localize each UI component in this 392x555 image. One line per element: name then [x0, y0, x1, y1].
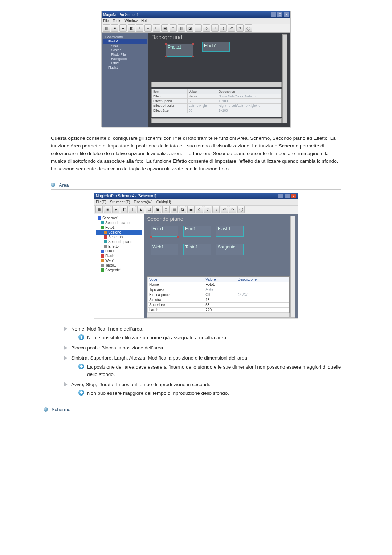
- table-row[interactable]: Nome Foto1: [148, 282, 289, 287]
- toolbar-icon[interactable]: ◪: [186, 24, 193, 32]
- toolbar-icon[interactable]: ◯: [237, 206, 245, 213]
- tree-item[interactable]: Photo File: [103, 52, 147, 57]
- canvas-box-photo[interactable]: Photo1: [166, 44, 193, 57]
- tree-item[interactable]: Flash1: [103, 65, 147, 70]
- tree-item[interactable]: Secondo piano: [96, 239, 142, 244]
- toolbar-icon[interactable]: T: [129, 206, 136, 213]
- menu-help[interactable]: Help: [141, 19, 149, 23]
- toolbar-icon[interactable]: □: [162, 206, 170, 213]
- minimize-icon[interactable]: _: [271, 12, 276, 17]
- menu-window[interactable]: Finestra(W): [134, 200, 152, 204]
- toolbar-icon[interactable]: ◧: [128, 24, 135, 32]
- toolbar-icon[interactable]: ◇: [196, 206, 203, 213]
- canvas-box[interactable]: Testo1: [183, 244, 211, 255]
- toolbar-icon[interactable]: ⤴: [211, 24, 219, 32]
- close-icon[interactable]: ×: [284, 12, 289, 17]
- tree-view[interactable]: Schermo1 Secondo piano Foto1 Sezione Sch…: [94, 214, 144, 318]
- tree-item[interactable]: Area: [103, 44, 147, 48]
- toolbar-icon[interactable]: ☰: [187, 206, 195, 213]
- toolbar-icon[interactable]: ▤: [178, 24, 185, 32]
- table-row[interactable]: Effect Speed 50 1~100: [152, 99, 281, 104]
- table-row[interactable]: Largh 220: [148, 307, 289, 312]
- toolbar-icon[interactable]: ⤵: [220, 24, 227, 32]
- table-row[interactable]: Effect Name None/Slide/Block/Fade In: [152, 94, 281, 99]
- toolbar-icon[interactable]: ▣: [161, 24, 168, 32]
- toolbar-icon[interactable]: T: [136, 24, 143, 32]
- toolbar-icon[interactable]: ↶: [221, 206, 228, 213]
- menu-help[interactable]: Guida(H): [156, 200, 171, 204]
- toolbar-icon[interactable]: ▲: [137, 206, 144, 213]
- tree-item[interactable]: Testo1: [96, 263, 142, 268]
- canvas-box[interactable]: Sorgente: [216, 244, 244, 255]
- tree-item[interactable]: Sorgente1: [96, 268, 142, 272]
- canvas-box[interactable]: Web1: [151, 244, 178, 255]
- toolbar-icon[interactable]: ◧: [121, 206, 128, 213]
- toolbar-icon[interactable]: ■: [111, 24, 118, 32]
- toolbar-icon[interactable]: ▣: [154, 206, 161, 213]
- canvas-box[interactable]: Film1: [183, 226, 211, 237]
- canvas-box-flash[interactable]: Flash1: [202, 42, 230, 52]
- toolbar-icon[interactable]: ↷: [229, 206, 236, 213]
- table-row[interactable]: Tipo area Foto: [148, 287, 289, 292]
- toolbar-icon[interactable]: ↷: [236, 24, 244, 32]
- table-row[interactable]: Superiore 53: [148, 302, 289, 307]
- property-grid[interactable]: Voce Valore Descrizione Nome Foto1 Tipo …: [147, 276, 290, 313]
- toolbar-icon[interactable]: ●: [112, 206, 119, 213]
- layout-canvas[interactable]: Secondo piano Foto1 Film1 Flash1 Web1 Te…: [144, 214, 298, 318]
- menu-tools[interactable]: Tools: [113, 19, 121, 23]
- tree-item[interactable]: Background: [103, 57, 147, 61]
- toolbar-icon[interactable]: ▲: [144, 24, 152, 32]
- maximize-icon[interactable]: □: [277, 12, 282, 17]
- toolbar-icon[interactable]: ■: [104, 206, 111, 213]
- tree-item[interactable]: Schermo: [96, 235, 142, 239]
- table-row[interactable]: Effect Size 50 1~100: [152, 108, 281, 113]
- tree-item[interactable]: Effect: [103, 61, 147, 65]
- scrollbar-vertical[interactable]: [290, 216, 295, 318]
- toolbar-icon[interactable]: ▦: [95, 206, 103, 213]
- toolbar-icon[interactable]: ⤵: [212, 206, 220, 213]
- tree-item-selected[interactable]: Sezione: [96, 230, 142, 235]
- layout-canvas[interactable]: Background Photo1 Flash1: [148, 33, 290, 127]
- close-icon[interactable]: ×: [291, 194, 296, 198]
- tree-item[interactable]: Flash1: [96, 254, 142, 258]
- scrollbar-horizontal[interactable]: [151, 82, 282, 87]
- table-row[interactable]: Effect Direction Left To Right Right To …: [152, 104, 281, 108]
- canvas-box[interactable]: Flash1: [216, 226, 244, 237]
- tree-item[interactable]: Background: [103, 35, 147, 39]
- tree-item[interactable]: Secondo piano: [96, 220, 142, 225]
- toolbar-icon[interactable]: ▦: [103, 24, 110, 32]
- scrollbar-horizontal[interactable]: [151, 118, 282, 123]
- tree-view[interactable]: Background Photo1 Area Screen Photo File…: [102, 33, 148, 127]
- maximize-icon[interactable]: □: [285, 194, 290, 198]
- toolbar-icon[interactable]: □: [170, 24, 177, 32]
- toolbar-icon[interactable]: ◇: [203, 24, 210, 32]
- tree-item[interactable]: Schermo1: [96, 216, 142, 220]
- property-grid[interactable]: Item Value Description Effect Name None/…: [151, 89, 282, 117]
- toolbar-icon[interactable]: ⤴: [204, 206, 211, 213]
- tree-item[interactable]: Screen: [103, 48, 147, 52]
- tree-item[interactable]: Foto1: [96, 225, 142, 230]
- toolbar-icon[interactable]: ●: [119, 24, 127, 32]
- tree-item[interactable]: Effetto: [96, 244, 142, 249]
- toolbar-icon[interactable]: ↶: [228, 24, 235, 32]
- bullet-text: Nome: Modifica il nome dell'area.: [71, 325, 228, 333]
- menu-file[interactable]: File: [103, 19, 109, 23]
- toolbar-icon[interactable]: ☐: [153, 24, 160, 32]
- canvas-box[interactable]: Foto1: [151, 226, 178, 237]
- scrollbar-vertical[interactable]: [282, 34, 287, 123]
- tree-item[interactable]: Film1: [96, 249, 142, 254]
- menu-window[interactable]: Window: [124, 19, 138, 23]
- menu-file[interactable]: File(F): [96, 200, 106, 204]
- toolbar-icon[interactable]: ☰: [195, 24, 202, 32]
- table-row[interactable]: Blocca posiz Off On/Off: [148, 292, 289, 297]
- tree-item-selected[interactable]: Photo1: [103, 39, 147, 44]
- menu-tools[interactable]: Strumenti(T): [110, 200, 130, 204]
- toolbar-icon[interactable]: ◯: [245, 24, 252, 32]
- scrollbar-horizontal[interactable]: [147, 313, 290, 318]
- toolbar-icon[interactable]: ▤: [171, 206, 178, 213]
- table-row[interactable]: Sinistra 13: [148, 297, 289, 302]
- toolbar-icon[interactable]: ◪: [179, 206, 186, 213]
- toolbar-icon[interactable]: ☐: [146, 206, 153, 213]
- minimize-icon[interactable]: _: [278, 194, 283, 198]
- tree-item[interactable]: Web1: [96, 258, 142, 263]
